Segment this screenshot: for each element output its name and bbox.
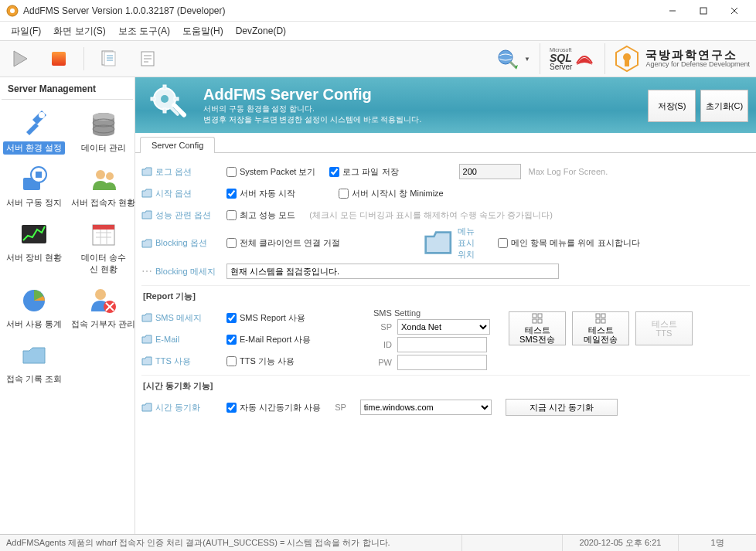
input-sms-id[interactable] (397, 337, 487, 352)
sidebar-item-label: 서버 장비 현황 (3, 251, 65, 264)
banner-title: AddFMS Server Config (203, 86, 421, 104)
sidebar-item-label: 데이터 송수신 현황 (76, 251, 131, 276)
chk-main-menu-top[interactable]: 메인 항목 메뉴를 위에 표시합니다 (498, 237, 639, 249)
dropdown-icon[interactable]: ▼ (524, 56, 530, 63)
select-time-server[interactable]: time.windows.com (360, 400, 492, 415)
globe-icon (496, 48, 518, 70)
svg-point-1 (10, 9, 15, 13)
log-button[interactable] (134, 45, 162, 73)
select-sms-sp[interactable]: Xonda Net (397, 319, 490, 335)
svg-rect-29 (36, 172, 42, 178)
svg-point-30 (96, 170, 105, 179)
menu-view[interactable]: 화면 보기(S) (47, 23, 111, 39)
sidebar-item-data-tx[interactable]: 데이터 송수신 현황 (66, 216, 140, 279)
folder-icon (19, 340, 49, 371)
stop-button[interactable] (45, 45, 73, 73)
svg-rect-58 (596, 319, 600, 323)
btn-test-sms[interactable]: 테스트 SMS전송 (509, 311, 566, 345)
sidebar-item-label: 접속 기록 조회 (3, 372, 65, 386)
svg-rect-21 (625, 60, 629, 66)
btn-test-mail[interactable]: 테스트 메일전송 (572, 311, 629, 345)
menu-help[interactable]: 도움말(H) (176, 23, 230, 39)
agency-en: Agency for Defense Development (645, 61, 750, 69)
close-button[interactable] (719, 0, 750, 22)
sidebar-item-connections[interactable]: 서버 접속자 현황 (66, 161, 140, 213)
menu-tools[interactable]: 보조 도구(A) (112, 23, 176, 39)
svg-rect-56 (596, 314, 600, 318)
svg-rect-59 (601, 319, 605, 323)
sidebar-item-data-mgmt[interactable]: 데이터 관리 (66, 106, 140, 158)
tab-server-config[interactable]: Server Config (140, 137, 215, 153)
menu-devzone[interactable]: DevZone(D) (230, 24, 292, 38)
sidebar: Server Management 서버 환경 설정 데이터 관리 서버 구동 … (0, 77, 135, 534)
sidebar-item-label: 서버 사용 통계 (3, 318, 65, 331)
btn-sync-now[interactable]: 지금 시간 동기화 (506, 399, 618, 416)
play-button[interactable] (6, 45, 34, 73)
chk-email-report[interactable]: E-Mail Report 사용 (226, 334, 311, 345)
label-time-sync: 시간 동기화 (155, 402, 200, 413)
sidebar-item-access-log[interactable]: 접속 기록 조회 (2, 337, 66, 389)
label-sms: SMS 메세지 (155, 312, 202, 324)
menu-file[interactable]: 파일(F) (5, 23, 47, 39)
sidebar-item-label: 서버 환경 설정 (3, 141, 65, 155)
svg-marker-6 (14, 51, 27, 66)
gear-icon (148, 82, 194, 128)
chk-perf-mode[interactable]: 최고 성능 모드 (226, 209, 295, 221)
main-panel: AddFMS Server Config 서버의 구동 환경을 설정 합니다. … (135, 77, 756, 534)
maximize-button[interactable] (688, 0, 719, 22)
chk-server-autostart[interactable]: 서버 자동 시작 (226, 188, 295, 199)
folder-icon (141, 403, 152, 412)
chk-start-minimize[interactable]: 서버 시작시 창 Minimize (339, 188, 444, 199)
minimize-button[interactable] (657, 0, 688, 22)
status-count: 1명 (679, 535, 756, 551)
label-blocking-msg: Blocking 메세지 (155, 266, 216, 277)
database-icon (88, 109, 119, 140)
sidebar-item-label: 서버 구동 정지 (3, 196, 65, 209)
label-pw: PW (373, 358, 395, 367)
sidebar-item-block-mgmt[interactable]: 접속 거부자 관리 (66, 282, 140, 334)
sql-sub: Server (550, 63, 572, 71)
label-time-sp: SP (335, 403, 346, 412)
sidebar-item-server-stop[interactable]: 서버 구동 정지 (2, 161, 66, 213)
svg-rect-46 (163, 108, 166, 113)
pie-chart-icon (19, 285, 49, 316)
sidebar-title: Server Management (2, 79, 133, 100)
input-sms-pw[interactable] (397, 355, 487, 370)
sidebar-item-server-config[interactable]: 서버 환경 설정 (2, 106, 66, 158)
reset-button[interactable]: 초기화(C) (700, 90, 748, 122)
folder-icon (141, 356, 152, 366)
input-blocking-msg[interactable] (226, 264, 559, 279)
input-max-log[interactable] (459, 164, 521, 179)
sidebar-item-equipment[interactable]: 서버 장비 현황 (2, 216, 66, 279)
svg-point-31 (106, 172, 114, 180)
chk-log-file-save[interactable]: 로그 파일 저장 (329, 166, 398, 178)
folder-icon (141, 189, 152, 198)
svg-point-49 (161, 95, 169, 103)
folder-icon (141, 313, 152, 322)
svg-rect-57 (601, 314, 605, 318)
folder-icon (141, 210, 152, 219)
document-button[interactable] (95, 45, 123, 73)
btn-test-tts: 테스트 TTS (635, 311, 693, 345)
status-message: AddFMSAgents 제품의 wharf 접속자 인증 처리 결과(AUTH… (0, 535, 462, 551)
sidebar-item-usage-stats[interactable]: 서버 사용 통계 (2, 282, 66, 334)
grid-icon (532, 313, 543, 324)
svg-point-22 (39, 112, 45, 118)
toolbar-separator (83, 47, 84, 70)
titlebar: AddFMS Server Version 1.0.0.32187 (Devel… (0, 0, 756, 22)
svg-rect-45 (163, 85, 166, 90)
chk-tts-use[interactable]: TTS 기능 사용 (226, 355, 295, 367)
chk-sms-report[interactable]: SMS Report 사용 (226, 312, 305, 324)
chk-reject-all[interactable]: 전체 클라이언트 연결 거절 (226, 237, 340, 249)
section-time: [시간 동기화 기능] (141, 375, 750, 396)
sidebar-item-label: 데이터 관리 (78, 141, 129, 155)
label-blocking-opt: Blocking 옵션 (155, 237, 207, 249)
chk-auto-time-sync[interactable]: 자동 시간동기화 사용 (226, 402, 321, 413)
svg-rect-54 (533, 319, 536, 323)
label-start-opt: 시작 옵션 (155, 188, 192, 199)
svg-rect-52 (533, 314, 536, 318)
banner-sub1: 서버의 구동 환경을 설정 합니다. (203, 104, 421, 114)
chk-system-packet[interactable]: System Packet 보기 (226, 166, 315, 178)
user-block-icon (88, 285, 119, 316)
save-button[interactable]: 저장(S) (648, 90, 696, 122)
